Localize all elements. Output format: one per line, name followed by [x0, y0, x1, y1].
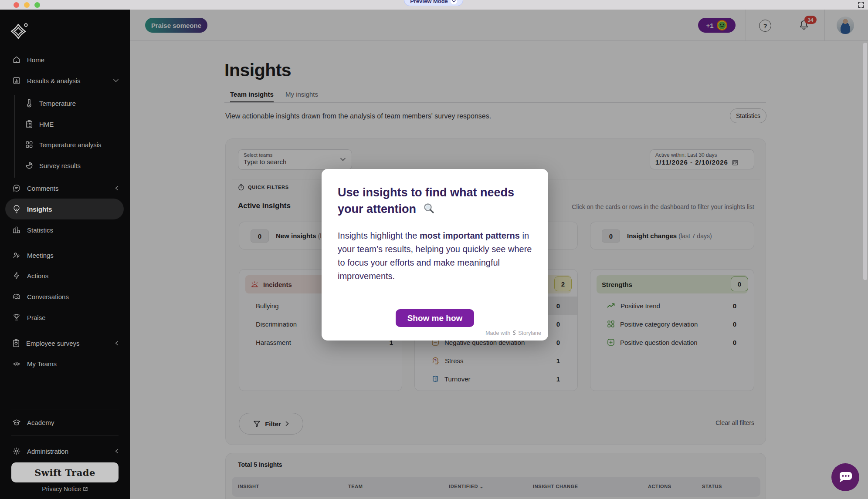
- clipboard-list-icon: [25, 120, 33, 128]
- sidebar-item-hme[interactable]: HME: [0, 115, 130, 133]
- lightbulb-icon: [12, 204, 21, 214]
- sidebar-item-results-analysis[interactable]: Results & analysis: [0, 72, 130, 89]
- sidebar-item-insights[interactable]: Insights: [5, 199, 124, 219]
- sidebar-item-comments[interactable]: Comments: [0, 179, 130, 197]
- thermometer-icon: [25, 99, 33, 108]
- survey-clipboard-icon: [12, 339, 20, 347]
- sidebar-item-my-teams[interactable]: My Teams: [0, 355, 130, 372]
- chevron-down-icon: [451, 0, 457, 4]
- bar-chart-icon: [12, 226, 21, 234]
- storylane-logo-icon: [512, 330, 516, 336]
- chat-launcher-button[interactable]: [831, 463, 859, 491]
- sidebar-item-praise[interactable]: Praise: [0, 309, 130, 326]
- results-analysis-icon: [12, 76, 21, 85]
- sidebar-divider: [11, 409, 119, 409]
- app-logo[interactable]: [9, 21, 30, 42]
- organization-button[interactable]: Swift Trade: [11, 462, 119, 482]
- sidebar-divider: [11, 435, 119, 435]
- window-close-button[interactable]: [14, 2, 19, 8]
- modal-body: Insights highlight the most important pa…: [338, 229, 535, 283]
- modal-title: Use insights to find what needs your att…: [338, 185, 538, 218]
- chevron-down-icon: [113, 79, 119, 82]
- conversations-icon: [12, 292, 21, 301]
- sidebar: Home Results & analysis Temperature: [0, 10, 130, 499]
- fullscreen-icon[interactable]: [858, 1, 865, 8]
- chevron-left-icon: [115, 341, 119, 346]
- scrollbar-thumb[interactable]: [863, 43, 867, 280]
- sidebar-item-statistics[interactable]: Statistics: [0, 221, 130, 239]
- meetings-people-icon: [12, 251, 21, 260]
- chevron-left-icon: [115, 185, 119, 191]
- trophy-icon: [12, 313, 21, 322]
- sidebar-item-meetings[interactable]: Meetings: [0, 246, 130, 264]
- sidebar-item-temperature-analysis[interactable]: Temperature analysis: [0, 136, 130, 153]
- teams-icon: [12, 359, 21, 368]
- sidebar-item-conversations[interactable]: Conversations: [0, 288, 130, 305]
- onboarding-modal: Use insights to find what needs your att…: [322, 169, 548, 341]
- magnifier-icon: [423, 202, 435, 214]
- gear-icon: [12, 447, 21, 455]
- chevron-left-icon: [115, 448, 119, 454]
- sidebar-item-actions[interactable]: Actions: [0, 267, 130, 284]
- preview-mode-button[interactable]: Preview Mode: [404, 0, 463, 6]
- screen: Praise someone +1 ?: [0, 0, 868, 499]
- sidebar-item-home[interactable]: Home: [0, 51, 130, 68]
- chat-bubble-icon: [838, 471, 852, 483]
- home-icon: [12, 55, 21, 64]
- window-minimize-button[interactable]: [24, 2, 30, 8]
- graduation-cap-icon: [12, 418, 21, 426]
- sidebar-item-temperature[interactable]: Temperature: [0, 94, 130, 112]
- pie-chart-icon: [25, 162, 33, 169]
- sidebar-item-administration[interactable]: Administration: [0, 442, 130, 460]
- storylane-attribution[interactable]: Made with Storylane: [485, 330, 541, 336]
- sidebar-item-academy[interactable]: Academy: [0, 414, 130, 431]
- sidebar-item-employee-surveys[interactable]: Employee surveys: [0, 334, 130, 352]
- lightning-icon: [12, 271, 21, 280]
- window-chrome: Preview Mode: [0, 0, 868, 10]
- show-me-how-button[interactable]: Show me how: [396, 309, 474, 327]
- window-zoom-button[interactable]: [34, 2, 40, 8]
- sidebar-item-survey-results[interactable]: Survey results: [0, 157, 130, 174]
- grid-icon: [25, 141, 33, 148]
- external-link-icon: [83, 486, 88, 492]
- comments-icon: [12, 184, 21, 192]
- privacy-notice-link[interactable]: Privacy Notice: [0, 486, 130, 492]
